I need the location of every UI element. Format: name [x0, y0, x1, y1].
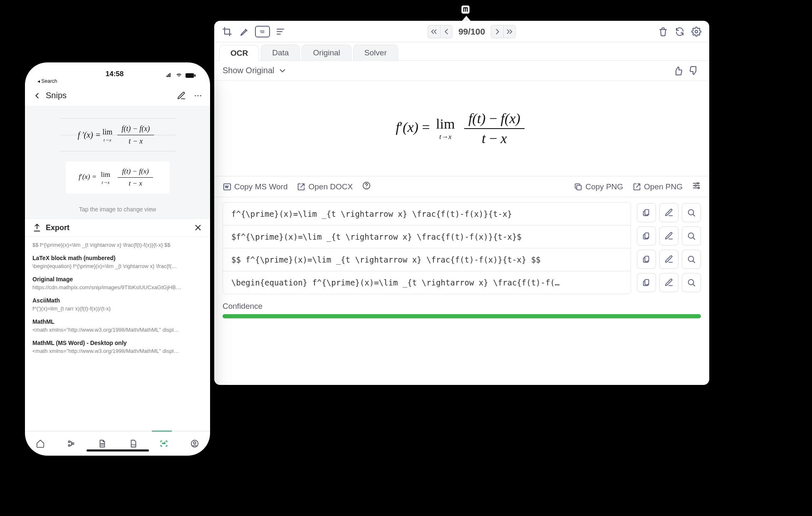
tab-original-label: Original [313, 48, 340, 57]
home-indicator [87, 449, 149, 452]
battery-icon [185, 73, 196, 78]
tabbar-profile-icon[interactable] [189, 438, 201, 449]
export-list[interactable]: $$ f^{\prime}(x)=\lim _{t \rightarrow x}… [25, 237, 210, 431]
tab-solver-label: Solver [364, 48, 387, 57]
row4-search-button[interactable] [682, 273, 701, 292]
svg-point-21 [200, 95, 201, 96]
help-icon[interactable] [362, 181, 371, 192]
tab-original[interactable]: Original [302, 45, 351, 60]
tab-solver[interactable]: Solver [353, 45, 398, 60]
latex-row-1-text: f^{\prime}(x)=\lim _{t \rightarrow x} \f… [231, 209, 512, 218]
latex-output-area: f^{\prime}(x)=\lim _{t \rightarrow x} \f… [214, 197, 709, 298]
copy-png-button[interactable]: Copy PNG [574, 182, 623, 191]
export-item-1-body: $$ f^{\prime}(x)=\lim _{t \rightarrow x}… [32, 242, 203, 248]
preview-area[interactable]: f '(x) = limt→x f(t) − f(x)t − x f′(x) =… [25, 107, 210, 218]
export-header: Export [25, 218, 210, 237]
close-icon[interactable] [193, 223, 203, 232]
gear-icon[interactable] [689, 25, 703, 39]
row4-edit-button[interactable] [659, 273, 678, 292]
export-item-2-body: \begin{equation} f^{\prime}(x)=\lim _{t … [32, 263, 203, 269]
word-icon [223, 182, 232, 191]
tab-ocr[interactable]: OCR [219, 45, 259, 61]
copy-ms-word-button[interactable]: Copy MS Word [223, 182, 287, 191]
export-item-6-header: MathML (MS Word) - Desktop only [32, 340, 203, 346]
open-docx-button[interactable]: Open DOCX [297, 182, 353, 191]
svg-point-19 [195, 95, 196, 96]
back-button[interactable] [32, 91, 42, 100]
sliders-icon[interactable] [692, 181, 701, 192]
row2-copy-button[interactable] [637, 226, 656, 246]
keyboard-icon[interactable] [255, 26, 270, 37]
tabbar-document-icon[interactable] [96, 438, 108, 449]
export-item-5-header: MathML [32, 318, 203, 325]
latex-row-4[interactable]: \begin{equation} f^{\prime}(x)=\lim _{t … [223, 271, 631, 294]
rendered-formula: f′(x) = limt→x f(t) − f(x)t − x [396, 111, 528, 146]
row1-copy-button[interactable] [637, 203, 656, 222]
show-original-bar: Show Original [214, 61, 709, 81]
open-docx-label: Open DOCX [308, 182, 353, 191]
latex-row-2-text: $f^{\prime}(x)=\lim _{t \rightarrow x} \… [231, 232, 522, 241]
row3-edit-button[interactable] [659, 250, 678, 269]
latex-row-1[interactable]: f^{\prime}(x)=\lim _{t \rightarrow x} \f… [223, 203, 631, 226]
page-next-button[interactable] [491, 25, 503, 38]
latex-row-2[interactable]: $f^{\prime}(x)=\lim _{t \rightarrow x} \… [223, 226, 631, 248]
row1-edit-button[interactable] [659, 203, 678, 222]
refresh-icon[interactable] [673, 25, 687, 39]
export-item-2[interactable]: LaTeX block math (numbered) \begin{equat… [25, 251, 210, 273]
svg-point-5 [697, 183, 699, 184]
tabbar-pdf-icon[interactable]: PDF [127, 438, 139, 449]
thumbs-down-icon[interactable] [687, 64, 701, 78]
export-item-1[interactable]: $$ f^{\prime}(x)=\lim _{t \rightarrow x}… [25, 238, 210, 251]
confidence-section: Confidence [214, 298, 709, 325]
export-item-5[interactable]: MathML <math xmlns="http://www.w3.org/19… [25, 315, 210, 336]
crop-icon[interactable] [220, 25, 234, 39]
tab-data[interactable]: Data [261, 45, 300, 60]
confidence-label: Confidence [223, 302, 262, 310]
handwriting-preview: f '(x) = limt→x f(t) − f(x)t − x [59, 118, 176, 151]
svg-point-24 [193, 442, 196, 444]
trash-icon[interactable] [656, 25, 670, 39]
rendered-math-area: f′(x) = limt→x f(t) − f(x)t − x [214, 81, 709, 176]
row2-edit-button[interactable] [659, 226, 678, 246]
row4-copy-button[interactable] [637, 273, 656, 292]
export-item-3-header: Original Image [32, 276, 203, 283]
latex-row-3[interactable]: $$ f^{\prime}(x)=\lim _{t \rightarrow x}… [223, 248, 631, 271]
page-last-button[interactable] [503, 25, 516, 38]
compose-icon[interactable] [177, 91, 186, 100]
show-original-label: Show Original [223, 66, 275, 75]
svg-text:PDF: PDF [131, 444, 136, 446]
copy-ms-word-label: Copy MS Word [234, 182, 287, 191]
preview-hint: Tap the image to change view [79, 203, 156, 213]
export-item-4[interactable]: AsciiMath f^(')(x)=lim_(t rarr x)(f(t)-f… [25, 294, 210, 315]
show-original-toggle[interactable]: Show Original [223, 66, 287, 75]
more-icon[interactable] [193, 91, 203, 100]
pen-icon[interactable] [238, 25, 252, 39]
lines-icon[interactable] [273, 25, 287, 39]
open-external-icon [632, 182, 641, 191]
app-logo-indicator [460, 4, 471, 16]
export-item-3[interactable]: Original Image https://cdn.mathpix.com/s… [25, 273, 210, 294]
svg-rect-17 [194, 74, 196, 77]
export-item-4-body: f^(')(x)=lim_(t rarr x)(f(t)-f(x))/(t-x) [32, 305, 203, 312]
export-item-6-body: <math xmlns="http://www.w3.org/1998/Math… [32, 348, 203, 354]
row2-search-button[interactable] [682, 226, 701, 246]
page-first-button[interactable] [428, 25, 440, 38]
thumbs-up-icon[interactable] [671, 64, 685, 78]
status-back-app[interactable]: Search [25, 78, 210, 85]
tabbar-home-icon[interactable] [35, 438, 46, 449]
toolbar: 99/100 [214, 21, 709, 42]
row3-search-button[interactable] [682, 250, 701, 269]
export-item-6[interactable]: MathML (MS Word) - Desktop only <math xm… [25, 336, 210, 357]
export-item-2-header: LaTeX block math (numbered) [32, 255, 203, 261]
desktop-window: 99/100 [214, 21, 709, 385]
confidence-bar [223, 314, 701, 318]
tabbar-scan-icon[interactable] [158, 438, 170, 449]
open-png-button[interactable]: Open PNG [632, 182, 683, 191]
row3-copy-button[interactable] [637, 250, 656, 269]
page-prev-button[interactable] [440, 25, 453, 38]
svg-rect-16 [186, 73, 194, 77]
status-back-label: Search [41, 78, 57, 84]
tabbar-tree-icon[interactable] [65, 438, 77, 449]
row1-search-button[interactable] [682, 203, 701, 222]
phone-tabbar: PDF [25, 431, 210, 456]
